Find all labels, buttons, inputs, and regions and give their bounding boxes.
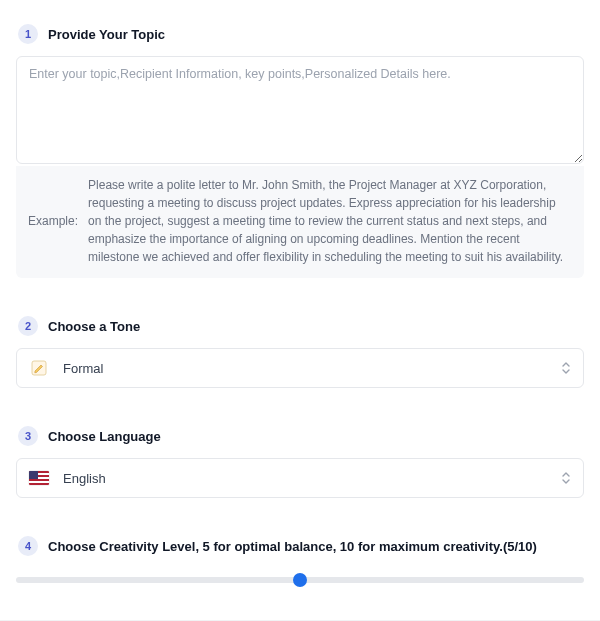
step-2-badge: 2 [18, 316, 38, 336]
pencil-icon [29, 358, 49, 378]
example-text: Please write a polite letter to Mr. John… [88, 176, 572, 266]
step-3-badge: 3 [18, 426, 38, 446]
chevron-updown-icon [561, 361, 571, 375]
step-4-title: Choose Creativity Level, 5 for optimal b… [48, 539, 537, 554]
step-2-title: Choose a Tone [48, 319, 140, 334]
example-label: Example: [28, 214, 78, 228]
step-1-badge: 1 [18, 24, 38, 44]
tone-value: Formal [63, 361, 561, 376]
chevron-updown-icon [561, 471, 571, 485]
tone-select[interactable]: Formal [16, 348, 584, 388]
example-box: Example: Please write a polite letter to… [16, 166, 584, 278]
language-value: English [63, 471, 561, 486]
flag-us-icon [29, 468, 49, 488]
step-1-title: Provide Your Topic [48, 27, 165, 42]
topic-input[interactable] [16, 56, 584, 164]
slider-thumb[interactable] [293, 573, 307, 587]
creativity-slider[interactable] [16, 568, 584, 592]
language-select[interactable]: English [16, 458, 584, 498]
step-3-title: Choose Language [48, 429, 161, 444]
step-4-badge: 4 [18, 536, 38, 556]
